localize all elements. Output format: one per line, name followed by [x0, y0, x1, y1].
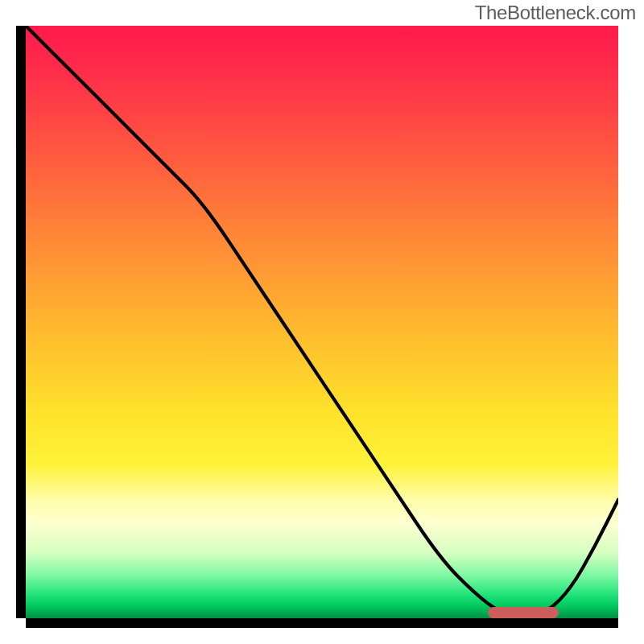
y-axis	[16, 26, 26, 618]
x-axis	[26, 618, 618, 628]
attribution-text: TheBottleneck.com	[475, 2, 636, 24]
bottleneck-curve-path	[26, 26, 618, 617]
chart-container: TheBottleneck.com	[0, 0, 644, 644]
curve-svg	[26, 26, 618, 618]
optimum-marker	[488, 607, 559, 618]
